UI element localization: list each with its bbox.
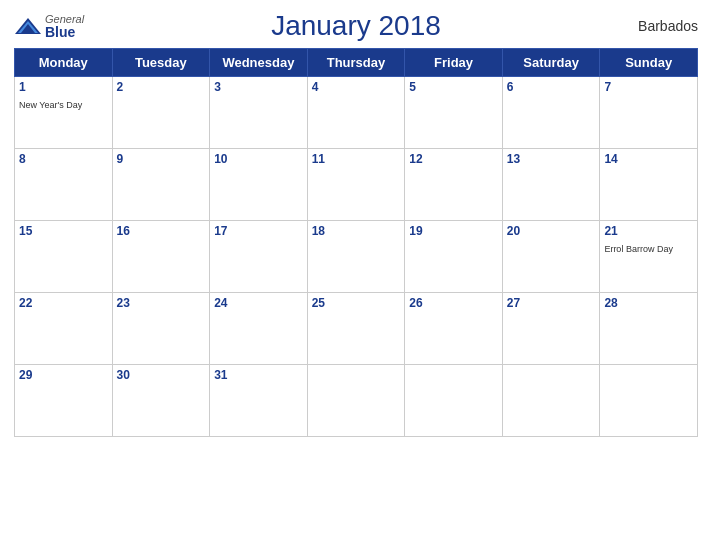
header-row: General Blue January 2018 Barbados: [14, 10, 698, 42]
day-number: 16: [117, 224, 206, 238]
day-number: 28: [604, 296, 693, 310]
day-number: 2: [117, 80, 206, 94]
day-number: 17: [214, 224, 303, 238]
day-number: 11: [312, 152, 401, 166]
calendar-day-cell: 12: [405, 149, 503, 221]
title-area: January 2018: [271, 10, 441, 42]
day-number: 22: [19, 296, 108, 310]
calendar-day-cell: 4: [307, 77, 405, 149]
calendar-day-cell: 19: [405, 221, 503, 293]
calendar-day-cell: 27: [502, 293, 600, 365]
calendar-day-cell: 9: [112, 149, 210, 221]
calendar-table: Monday Tuesday Wednesday Thursday Friday…: [14, 48, 698, 437]
calendar-day-cell: 16: [112, 221, 210, 293]
calendar-day-cell: 25: [307, 293, 405, 365]
holiday-label: Errol Barrow Day: [604, 244, 673, 254]
day-number: 26: [409, 296, 498, 310]
calendar-week-row: 293031: [15, 365, 698, 437]
day-number: 7: [604, 80, 693, 94]
calendar-week-row: 15161718192021Errol Barrow Day: [15, 221, 698, 293]
calendar-day-cell: [405, 365, 503, 437]
header-saturday: Saturday: [502, 49, 600, 77]
header-friday: Friday: [405, 49, 503, 77]
logo-general-text: General: [45, 14, 84, 25]
day-number: 30: [117, 368, 206, 382]
calendar-title: January 2018: [271, 10, 441, 42]
day-number: 4: [312, 80, 401, 94]
calendar-container: General Blue January 2018 Barbados Monda…: [0, 0, 712, 550]
calendar-day-cell: 29: [15, 365, 113, 437]
calendar-week-row: 891011121314: [15, 149, 698, 221]
calendar-day-cell: 8: [15, 149, 113, 221]
header-sunday: Sunday: [600, 49, 698, 77]
day-number: 10: [214, 152, 303, 166]
day-number: 13: [507, 152, 596, 166]
calendar-day-cell: [307, 365, 405, 437]
calendar-day-cell: 18: [307, 221, 405, 293]
calendar-day-cell: 3: [210, 77, 308, 149]
calendar-day-cell: 22: [15, 293, 113, 365]
calendar-day-cell: 21Errol Barrow Day: [600, 221, 698, 293]
logo-area: General Blue: [14, 14, 84, 39]
calendar-day-cell: 23: [112, 293, 210, 365]
header-wednesday: Wednesday: [210, 49, 308, 77]
calendar-day-cell: 17: [210, 221, 308, 293]
logo-icon: [14, 17, 42, 35]
calendar-day-cell: 20: [502, 221, 600, 293]
calendar-day-cell: 7: [600, 77, 698, 149]
calendar-day-cell: 11: [307, 149, 405, 221]
calendar-day-cell: [600, 365, 698, 437]
calendar-day-cell: 1New Year's Day: [15, 77, 113, 149]
calendar-day-cell: 14: [600, 149, 698, 221]
calendar-day-cell: 30: [112, 365, 210, 437]
day-number: 19: [409, 224, 498, 238]
day-number: 27: [507, 296, 596, 310]
day-number: 31: [214, 368, 303, 382]
weekday-header-row: Monday Tuesday Wednesday Thursday Friday…: [15, 49, 698, 77]
day-number: 15: [19, 224, 108, 238]
header-thursday: Thursday: [307, 49, 405, 77]
day-number: 23: [117, 296, 206, 310]
holiday-label: New Year's Day: [19, 100, 82, 110]
day-number: 21: [604, 224, 693, 238]
logo-blue-text: Blue: [45, 25, 84, 39]
calendar-day-cell: 28: [600, 293, 698, 365]
day-number: 9: [117, 152, 206, 166]
calendar-day-cell: 26: [405, 293, 503, 365]
calendar-day-cell: 2: [112, 77, 210, 149]
country-name: Barbados: [638, 18, 698, 34]
day-number: 24: [214, 296, 303, 310]
day-number: 1: [19, 80, 108, 94]
calendar-day-cell: 13: [502, 149, 600, 221]
calendar-day-cell: 6: [502, 77, 600, 149]
calendar-week-row: 1New Year's Day234567: [15, 77, 698, 149]
calendar-week-row: 22232425262728: [15, 293, 698, 365]
day-number: 6: [507, 80, 596, 94]
calendar-day-cell: 15: [15, 221, 113, 293]
day-number: 20: [507, 224, 596, 238]
calendar-day-cell: 5: [405, 77, 503, 149]
day-number: 18: [312, 224, 401, 238]
day-number: 14: [604, 152, 693, 166]
day-number: 29: [19, 368, 108, 382]
calendar-day-cell: [502, 365, 600, 437]
day-number: 25: [312, 296, 401, 310]
calendar-body: 1New Year's Day2345678910111213141516171…: [15, 77, 698, 437]
day-number: 8: [19, 152, 108, 166]
header-tuesday: Tuesday: [112, 49, 210, 77]
day-number: 3: [214, 80, 303, 94]
day-number: 12: [409, 152, 498, 166]
calendar-day-cell: 31: [210, 365, 308, 437]
header-monday: Monday: [15, 49, 113, 77]
calendar-day-cell: 10: [210, 149, 308, 221]
calendar-day-cell: 24: [210, 293, 308, 365]
day-number: 5: [409, 80, 498, 94]
